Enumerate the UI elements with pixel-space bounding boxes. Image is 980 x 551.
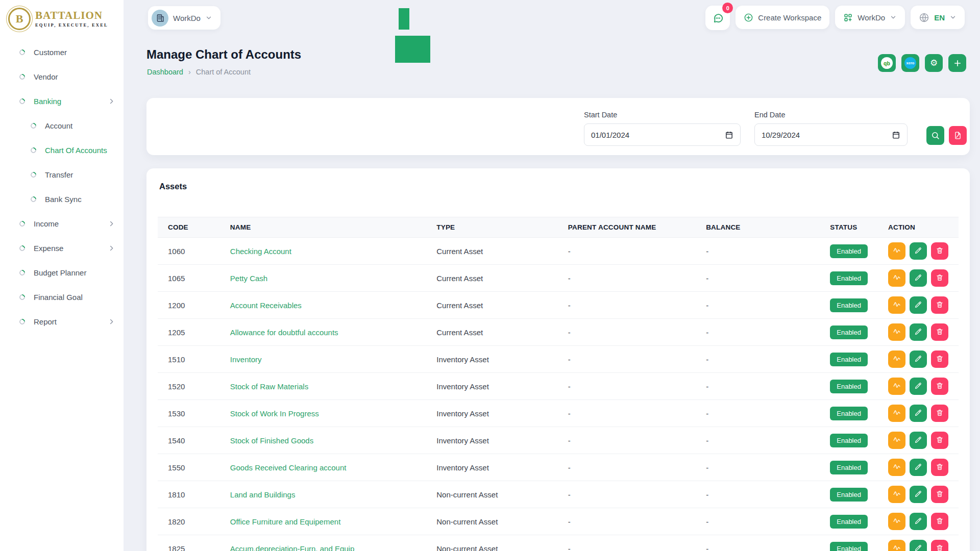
delete-button[interactable] xyxy=(931,323,948,341)
edit-button[interactable] xyxy=(910,459,927,476)
table-row: 1530Stock of Work In ProgressInventory A… xyxy=(158,400,959,427)
status-badge: Enabled xyxy=(830,298,868,312)
delete-button[interactable] xyxy=(931,242,948,260)
edit-button[interactable] xyxy=(910,269,927,287)
sidebar-item-expense[interactable]: Expense xyxy=(0,236,124,260)
edit-button[interactable] xyxy=(910,378,927,395)
trash-icon xyxy=(936,544,944,551)
sidebar-item-chart-of-accounts[interactable]: Chart Of Accounts xyxy=(0,138,124,162)
edit-button[interactable] xyxy=(910,405,927,422)
activity-icon xyxy=(893,300,901,310)
edit-button[interactable] xyxy=(910,486,927,503)
sidebar-item-bank-sync[interactable]: Bank Sync xyxy=(0,187,124,211)
transactions-button[interactable] xyxy=(888,513,905,530)
edit-button[interactable] xyxy=(910,296,927,314)
sidebar-item-budget-planner[interactable]: Budget Planner xyxy=(0,260,124,285)
account-name-link[interactable]: Stock of Work In Progress xyxy=(230,409,319,418)
delete-button[interactable] xyxy=(931,513,948,530)
transactions-button[interactable] xyxy=(888,459,905,476)
edit-button[interactable] xyxy=(910,242,927,260)
edit-button[interactable] xyxy=(910,323,927,341)
activity-icon xyxy=(893,328,901,337)
page-title: Manage Chart of Accounts xyxy=(146,47,301,62)
workspace-switcher[interactable]: WorkDo xyxy=(148,6,220,30)
breadcrumb-dashboard-link[interactable]: Dashboard xyxy=(147,68,183,76)
sidebar-item-transfer[interactable]: Transfer xyxy=(0,162,124,187)
edit-button[interactable] xyxy=(910,540,927,551)
delete-button[interactable] xyxy=(931,378,948,395)
reset-filter-button[interactable] xyxy=(949,126,967,145)
transactions-button[interactable] xyxy=(888,540,905,551)
delete-button[interactable] xyxy=(931,432,948,449)
activity-icon xyxy=(893,246,901,256)
delete-button[interactable] xyxy=(931,269,948,287)
account-name-link[interactable]: Account Receivables xyxy=(230,301,302,310)
brand-logo[interactable]: B BATTALION EQUIP, EXECUTE, EXEL xyxy=(0,0,124,38)
account-balance: - xyxy=(696,319,820,346)
pencil-icon xyxy=(914,246,922,256)
col-name: NAME xyxy=(220,217,426,238)
language-selector[interactable]: EN xyxy=(911,6,965,29)
edit-button[interactable] xyxy=(910,432,927,449)
end-date-input[interactable]: 10/29/2024 xyxy=(754,123,908,146)
edit-button[interactable] xyxy=(910,350,927,368)
sidebar-item-customer[interactable]: Customer xyxy=(0,40,124,64)
transactions-button[interactable] xyxy=(888,242,905,260)
sidebar-item-report[interactable]: Report xyxy=(0,309,124,334)
search-button[interactable] xyxy=(926,126,944,145)
sidebar-item-account[interactable]: Account xyxy=(0,113,124,138)
calendar-icon[interactable] xyxy=(725,131,733,139)
search-icon xyxy=(931,131,940,140)
account-name-link[interactable]: Accum.depreciation-Furn. and Equip xyxy=(230,544,354,551)
sidebar-item-banking[interactable]: Banking xyxy=(0,89,124,113)
brand-name: BATTALION xyxy=(35,10,108,21)
transactions-button[interactable] xyxy=(888,405,905,422)
start-date-input[interactable]: 01/01/2024 xyxy=(584,123,741,146)
transactions-button[interactable] xyxy=(888,378,905,395)
transactions-button[interactable] xyxy=(888,323,905,341)
col-balance: BALANCE xyxy=(696,217,820,238)
chart-of-accounts-table: CODE NAME TYPE PARENT ACCOUNT NAME BALAN… xyxy=(158,217,959,551)
account-name-link[interactable]: Stock of Raw Materials xyxy=(230,382,308,391)
delete-button[interactable] xyxy=(931,405,948,422)
account-name-link[interactable]: Inventory xyxy=(230,355,262,364)
account-name-link[interactable]: Goods Received Clearing account xyxy=(230,463,347,472)
sidebar-item-financial-goal[interactable]: Financial Goal xyxy=(0,285,124,309)
chat-icon xyxy=(712,12,724,24)
sidebar-item-vendor[interactable]: Vendor xyxy=(0,64,124,89)
trash-icon xyxy=(936,409,944,418)
delete-button[interactable] xyxy=(931,459,948,476)
account-name-link[interactable]: Office Furniture and Equipement xyxy=(230,517,341,526)
quickbooks-button[interactable]: qb xyxy=(878,54,896,72)
delete-button[interactable] xyxy=(931,486,948,503)
delete-button[interactable] xyxy=(931,350,948,368)
account-name-link[interactable]: Petty Cash xyxy=(230,274,267,283)
edit-button[interactable] xyxy=(910,513,927,530)
delete-button[interactable] xyxy=(931,540,948,551)
calendar-icon[interactable] xyxy=(892,131,900,139)
clear-filter-icon xyxy=(953,131,962,140)
xero-button[interactable]: xero xyxy=(901,54,919,72)
account-name-link[interactable]: Checking Account xyxy=(230,247,291,256)
settings-button[interactable]: ⚙ xyxy=(925,54,943,72)
notifications-button[interactable]: 0 xyxy=(705,6,730,30)
sidebar-item-income[interactable]: Income xyxy=(0,211,124,236)
account-name-link[interactable]: Land and Buildings xyxy=(230,490,296,499)
account-name-link[interactable]: Allowance for doubtful accounts xyxy=(230,328,338,337)
header-actions: qb xero ⚙ xyxy=(878,54,966,72)
account-name-link[interactable]: Stock of Finished Goods xyxy=(230,436,313,445)
create-workspace-button[interactable]: Create Workspace xyxy=(736,6,829,29)
chevron-down-icon xyxy=(205,14,212,21)
transactions-button[interactable] xyxy=(888,432,905,449)
transactions-button[interactable] xyxy=(888,296,905,314)
transactions-button[interactable] xyxy=(888,486,905,503)
render-artifact-block xyxy=(395,36,430,63)
pencil-icon xyxy=(914,409,922,418)
app-switcher[interactable]: WorkDo xyxy=(835,6,905,29)
section-title: Assets xyxy=(146,168,970,191)
chevron-right-icon xyxy=(108,244,115,252)
transactions-button[interactable] xyxy=(888,269,905,287)
transactions-button[interactable] xyxy=(888,350,905,368)
delete-button[interactable] xyxy=(931,296,948,314)
add-account-button[interactable] xyxy=(948,54,966,72)
